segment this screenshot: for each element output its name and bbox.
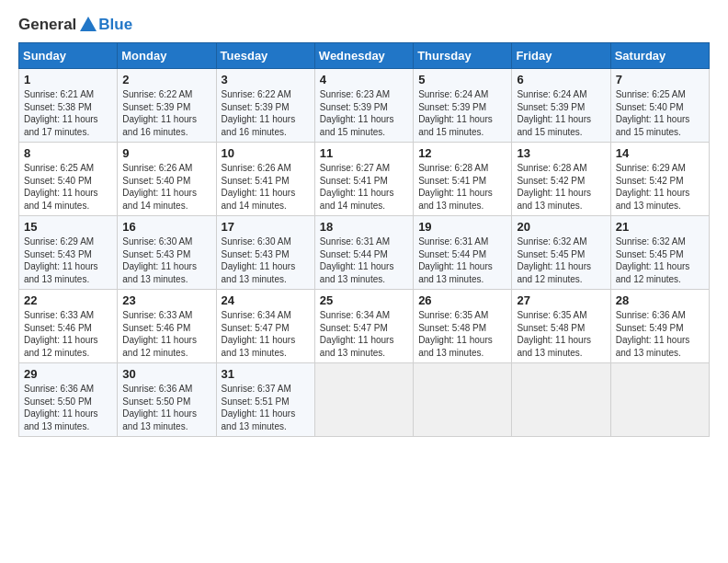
calendar-day-cell: 30 Sunrise: 6:36 AMSunset: 5:50 PMDaylig…	[118, 363, 216, 437]
calendar-day-cell: 2 Sunrise: 6:22 AMSunset: 5:39 PMDayligh…	[118, 69, 216, 143]
cell-content: Sunrise: 6:25 AMSunset: 5:40 PMDaylight:…	[24, 163, 98, 211]
cell-content: Sunrise: 6:33 AMSunset: 5:46 PMDaylight:…	[24, 310, 98, 358]
cell-content: Sunrise: 6:30 AMSunset: 5:43 PMDaylight:…	[222, 236, 296, 284]
calendar-day-cell: 10 Sunrise: 6:26 AMSunset: 5:41 PMDaylig…	[216, 143, 314, 216]
empty-cell	[512, 363, 610, 437]
cell-content: Sunrise: 6:25 AMSunset: 5:40 PMDaylight:…	[616, 89, 690, 137]
day-number: 23	[122, 293, 210, 307]
cell-content: Sunrise: 6:37 AMSunset: 5:51 PMDaylight:…	[222, 384, 296, 431]
day-of-week-header: Saturday	[610, 43, 709, 69]
day-number: 19	[418, 220, 506, 234]
cell-content: Sunrise: 6:22 AMSunset: 5:39 PMDaylight:…	[222, 89, 296, 137]
day-number: 10	[222, 146, 310, 160]
cell-content: Sunrise: 6:31 AMSunset: 5:44 PMDaylight:…	[418, 236, 493, 284]
day-number: 25	[320, 293, 408, 307]
day-number: 7	[616, 73, 704, 86]
day-number: 12	[418, 146, 506, 160]
logo: General Blue	[18, 15, 132, 35]
calendar-day-cell: 12 Sunrise: 6:28 AMSunset: 5:41 PMDaylig…	[414, 143, 512, 216]
cell-content: Sunrise: 6:28 AMSunset: 5:41 PMDaylight:…	[418, 163, 493, 211]
day-of-week-header: Monday	[118, 43, 216, 69]
calendar-day-cell: 16 Sunrise: 6:30 AMSunset: 5:43 PMDaylig…	[118, 216, 216, 290]
calendar-day-cell: 20 Sunrise: 6:32 AMSunset: 5:45 PMDaylig…	[512, 216, 610, 290]
calendar-day-cell: 26 Sunrise: 6:35 AMSunset: 5:48 PMDaylig…	[414, 290, 512, 363]
calendar-day-cell: 31 Sunrise: 6:37 AMSunset: 5:51 PMDaylig…	[216, 363, 314, 437]
day-of-week-header: Friday	[512, 43, 610, 69]
calendar-day-cell: 18 Sunrise: 6:31 AMSunset: 5:44 PMDaylig…	[314, 216, 413, 290]
calendar-day-cell: 11 Sunrise: 6:27 AMSunset: 5:41 PMDaylig…	[314, 143, 413, 216]
cell-content: Sunrise: 6:35 AMSunset: 5:48 PMDaylight:…	[418, 310, 493, 358]
day-number: 27	[517, 293, 605, 307]
calendar-day-cell: 3 Sunrise: 6:22 AMSunset: 5:39 PMDayligh…	[216, 69, 314, 143]
day-number: 15	[24, 220, 112, 234]
day-number: 13	[517, 146, 605, 160]
cell-content: Sunrise: 6:26 AMSunset: 5:41 PMDaylight:…	[222, 163, 296, 211]
cell-content: Sunrise: 6:23 AMSunset: 5:39 PMDaylight:…	[320, 89, 394, 137]
day-number: 31	[222, 367, 310, 381]
cell-content: Sunrise: 6:35 AMSunset: 5:48 PMDaylight:…	[517, 310, 591, 358]
day-number: 11	[320, 146, 408, 160]
cell-content: Sunrise: 6:32 AMSunset: 5:45 PMDaylight:…	[517, 236, 591, 284]
page-header: General Blue	[18, 15, 710, 35]
cell-content: Sunrise: 6:30 AMSunset: 5:43 PMDaylight:…	[122, 236, 197, 284]
calendar-day-cell: 25 Sunrise: 6:34 AMSunset: 5:47 PMDaylig…	[314, 290, 413, 363]
calendar-day-cell: 7 Sunrise: 6:25 AMSunset: 5:40 PMDayligh…	[610, 69, 709, 143]
day-number: 22	[24, 293, 112, 307]
logo-icon	[78, 15, 98, 35]
day-number: 2	[122, 73, 210, 86]
cell-content: Sunrise: 6:29 AMSunset: 5:42 PMDaylight:…	[616, 163, 690, 211]
calendar-day-cell: 17 Sunrise: 6:30 AMSunset: 5:43 PMDaylig…	[216, 216, 314, 290]
cell-content: Sunrise: 6:33 AMSunset: 5:46 PMDaylight:…	[122, 310, 197, 358]
day-number: 1	[24, 73, 112, 86]
logo-text-blue: Blue	[98, 16, 132, 34]
cell-content: Sunrise: 6:36 AMSunset: 5:50 PMDaylight:…	[122, 384, 197, 431]
day-of-week-header: Tuesday	[216, 43, 314, 69]
day-of-week-header: Wednesday	[314, 43, 413, 69]
empty-cell	[610, 363, 709, 437]
cell-content: Sunrise: 6:21 AMSunset: 5:38 PMDaylight:…	[24, 89, 98, 137]
day-number: 26	[418, 293, 506, 307]
calendar-day-cell: 6 Sunrise: 6:24 AMSunset: 5:39 PMDayligh…	[512, 69, 610, 143]
calendar-day-cell: 29 Sunrise: 6:36 AMSunset: 5:50 PMDaylig…	[19, 363, 118, 437]
calendar-day-cell: 9 Sunrise: 6:26 AMSunset: 5:40 PMDayligh…	[118, 143, 216, 216]
calendar-day-cell: 28 Sunrise: 6:36 AMSunset: 5:49 PMDaylig…	[610, 290, 709, 363]
cell-content: Sunrise: 6:34 AMSunset: 5:47 PMDaylight:…	[320, 310, 394, 358]
day-number: 18	[320, 220, 408, 234]
cell-content: Sunrise: 6:27 AMSunset: 5:41 PMDaylight:…	[320, 163, 394, 211]
day-number: 16	[122, 220, 210, 234]
cell-content: Sunrise: 6:26 AMSunset: 5:40 PMDaylight:…	[122, 163, 197, 211]
day-number: 6	[517, 73, 605, 86]
cell-content: Sunrise: 6:24 AMSunset: 5:39 PMDaylight:…	[517, 89, 591, 137]
cell-content: Sunrise: 6:32 AMSunset: 5:45 PMDaylight:…	[616, 236, 690, 284]
day-number: 14	[616, 146, 704, 160]
cell-content: Sunrise: 6:22 AMSunset: 5:39 PMDaylight:…	[122, 89, 197, 137]
empty-cell	[414, 363, 512, 437]
day-number: 24	[222, 293, 310, 307]
calendar-day-cell: 23 Sunrise: 6:33 AMSunset: 5:46 PMDaylig…	[118, 290, 216, 363]
day-number: 21	[616, 220, 704, 234]
logo-text-general: General	[18, 16, 76, 34]
calendar-day-cell: 27 Sunrise: 6:35 AMSunset: 5:48 PMDaylig…	[512, 290, 610, 363]
calendar-day-cell: 19 Sunrise: 6:31 AMSunset: 5:44 PMDaylig…	[414, 216, 512, 290]
cell-content: Sunrise: 6:34 AMSunset: 5:47 PMDaylight:…	[222, 310, 296, 358]
cell-content: Sunrise: 6:36 AMSunset: 5:49 PMDaylight:…	[616, 310, 690, 358]
cell-content: Sunrise: 6:24 AMSunset: 5:39 PMDaylight:…	[418, 89, 493, 137]
day-number: 4	[320, 73, 408, 86]
day-number: 5	[418, 73, 506, 86]
day-number: 9	[122, 146, 210, 160]
day-number: 17	[222, 220, 310, 234]
calendar-day-cell: 1 Sunrise: 6:21 AMSunset: 5:38 PMDayligh…	[19, 69, 118, 143]
calendar-table: SundayMondayTuesdayWednesdayThursdayFrid…	[18, 42, 710, 437]
calendar-day-cell: 15 Sunrise: 6:29 AMSunset: 5:43 PMDaylig…	[19, 216, 118, 290]
day-number: 28	[616, 293, 704, 307]
svg-marker-0	[80, 17, 97, 31]
day-number: 20	[517, 220, 605, 234]
calendar-day-cell: 13 Sunrise: 6:28 AMSunset: 5:42 PMDaylig…	[512, 143, 610, 216]
calendar-day-cell: 24 Sunrise: 6:34 AMSunset: 5:47 PMDaylig…	[216, 290, 314, 363]
cell-content: Sunrise: 6:36 AMSunset: 5:50 PMDaylight:…	[24, 384, 98, 431]
calendar-day-cell: 8 Sunrise: 6:25 AMSunset: 5:40 PMDayligh…	[19, 143, 118, 216]
cell-content: Sunrise: 6:28 AMSunset: 5:42 PMDaylight:…	[517, 163, 591, 211]
cell-content: Sunrise: 6:31 AMSunset: 5:44 PMDaylight:…	[320, 236, 394, 284]
cell-content: Sunrise: 6:29 AMSunset: 5:43 PMDaylight:…	[24, 236, 98, 284]
calendar-day-cell: 4 Sunrise: 6:23 AMSunset: 5:39 PMDayligh…	[314, 69, 413, 143]
